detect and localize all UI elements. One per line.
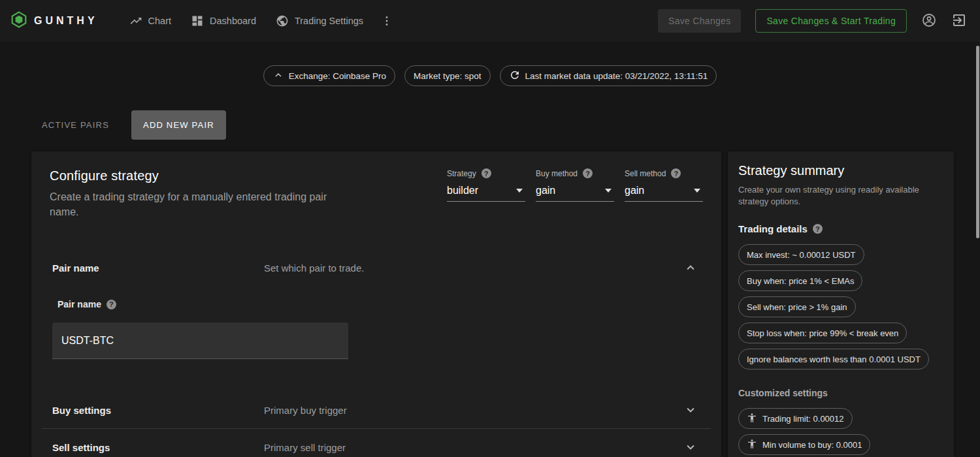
- pair-name-panel-title: Pair name: [52, 262, 264, 274]
- main-nav: Chart Dashboard Trading Settings: [129, 14, 363, 27]
- sell-method-label-text: Sell method: [625, 169, 666, 178]
- help-icon[interactable]: ?: [813, 224, 823, 234]
- exchange-chip-label: Exchange: Coinbase Pro: [289, 71, 386, 81]
- sell-method-select[interactable]: gain: [625, 183, 703, 202]
- detail-chip: Ignore balances worth less than 0.0001 U…: [738, 349, 929, 370]
- custom-setting-chip: Trading limit: 0.00012: [738, 408, 853, 429]
- nav-dashboard[interactable]: Dashboard: [191, 14, 256, 27]
- custom-setting-chip: Min volume to buy: 0.0001: [738, 434, 870, 455]
- market-type-chip-label: Market type: spot: [414, 71, 482, 81]
- strategy-panels: Pair name Set which pair to trade. Pair …: [31, 249, 721, 457]
- strategy-select-field: Strategy ? builder: [447, 168, 525, 219]
- customized-settings-heading: Customized settings: [738, 388, 943, 398]
- pair-name-panel: Pair name Set which pair to trade. Pair …: [42, 249, 711, 376]
- more-menu-icon[interactable]: [380, 14, 393, 27]
- caret-down-icon: [605, 189, 612, 193]
- detail-chip: Buy when: price 1% < EMAs: [738, 270, 862, 291]
- nav-dashboard-label: Dashboard: [210, 16, 256, 26]
- topbar-actions: Save Changes Save Changes & Start Tradin…: [658, 9, 967, 33]
- pair-name-input[interactable]: [52, 323, 348, 359]
- custom-setting-icon: [747, 413, 757, 425]
- sell-settings-panel-header[interactable]: Sell settings Primary sell trigger: [42, 429, 711, 457]
- help-icon[interactable]: ?: [106, 300, 116, 309]
- sell-settings-panel: Sell settings Primary sell trigger: [42, 429, 711, 457]
- pair-name-panel-header[interactable]: Pair name Set which pair to trade.: [42, 249, 711, 286]
- market-status-bar: Exchange: Coinbase Pro Market type: spot…: [0, 65, 980, 86]
- gunthy-logo-icon: [10, 11, 27, 31]
- buy-method-label-text: Buy method: [536, 169, 578, 178]
- strategy-method-selects: Strategy ? builder Buy method ? gain: [447, 168, 711, 219]
- detail-chip: Stop loss when: price 99% < break even: [738, 323, 907, 343]
- pair-name-field-label: Pair name ?: [57, 299, 700, 309]
- chevron-up-icon: [272, 69, 284, 83]
- strategy-select-label: Strategy ?: [447, 168, 525, 178]
- save-and-start-button[interactable]: Save Changes & Start Trading: [755, 9, 907, 33]
- pair-name-field-label-text: Pair name: [57, 299, 101, 309]
- gunthy-logo-text: GUNTHY: [34, 15, 98, 27]
- vertical-scrollbar[interactable]: [976, 46, 979, 238]
- caret-down-icon: [694, 189, 700, 193]
- chevron-up-icon[interactable]: [683, 260, 698, 275]
- trading-details-heading: Trading details ?: [738, 223, 943, 234]
- buy-settings-panel: Buy settings Primary buy trigger: [42, 392, 711, 428]
- configure-strategy-header: Configure strategy Create a trading stra…: [50, 168, 331, 219]
- buy-method-select-label: Buy method ?: [536, 168, 614, 178]
- trending-up-icon: [129, 14, 142, 27]
- configure-strategy-card: Configure strategy Create a trading stra…: [31, 151, 721, 457]
- tab-add-new-pair[interactable]: ADD NEW PAIR: [131, 110, 226, 140]
- pair-name-panel-hint: Set which pair to trade.: [264, 262, 683, 274]
- custom-setting-chip-label: Min volume to buy: 0.0001: [762, 440, 862, 450]
- account-button[interactable]: [921, 12, 937, 30]
- help-icon[interactable]: ?: [482, 168, 491, 178]
- buy-settings-panel-title: Buy settings: [52, 405, 264, 416]
- buy-settings-panel-hint: Primary buy trigger: [264, 405, 683, 416]
- sell-settings-panel-title: Sell settings: [52, 442, 264, 453]
- buy-method-select-value: gain: [536, 185, 555, 197]
- nav-trading-settings[interactable]: Trading Settings: [276, 14, 363, 27]
- last-update-chip-label: Last market data update: 03/21/2022, 13:…: [525, 71, 708, 81]
- chevron-down-icon[interactable]: [683, 440, 698, 454]
- custom-setting-chip-label: Trading limit: 0.00012: [762, 414, 844, 424]
- strategy-select[interactable]: builder: [447, 183, 525, 202]
- help-icon[interactable]: ?: [671, 168, 681, 178]
- buy-settings-panel-header[interactable]: Buy settings Primary buy trigger: [42, 392, 711, 428]
- sell-method-select-field: Sell method ? gain: [625, 168, 703, 219]
- strategy-select-value: builder: [447, 185, 478, 197]
- buy-method-select-field: Buy method ? gain: [536, 168, 614, 219]
- logout-button[interactable]: [951, 12, 967, 30]
- globe-icon: [276, 14, 289, 27]
- strategy-summary-subtitle: Create your own strategy using readily a…: [738, 184, 934, 208]
- save-changes-button[interactable]: Save Changes: [658, 9, 741, 33]
- detail-chip: Max invest: ~ 0.00012 USDT: [738, 244, 864, 265]
- buy-method-select[interactable]: gain: [536, 183, 614, 202]
- gunthy-logo[interactable]: GUNTHY: [10, 11, 98, 31]
- logout-icon: [951, 12, 967, 30]
- sell-settings-panel-hint: Primary sell trigger: [264, 442, 683, 453]
- strategy-summary-title: Strategy summary: [738, 163, 943, 178]
- chevron-down-icon[interactable]: [683, 403, 698, 417]
- pair-name-panel-body: Pair name ?: [42, 286, 711, 376]
- configure-strategy-subtitle: Create a trading strategy for a manually…: [50, 189, 331, 219]
- market-type-chip[interactable]: Market type: spot: [404, 65, 491, 86]
- customized-settings-chips: Trading limit: 0.00012 Min volume to buy…: [738, 408, 943, 455]
- account-circle-icon: [921, 12, 937, 30]
- help-icon[interactable]: ?: [583, 168, 593, 178]
- nav-trading-settings-label: Trading Settings: [295, 16, 363, 26]
- refresh-icon[interactable]: [509, 69, 521, 83]
- nav-chart-label: Chart: [148, 16, 171, 26]
- detail-chip: Sell when: price > 1% gain: [738, 296, 856, 317]
- caret-down-icon: [516, 189, 523, 193]
- trading-details-heading-text: Trading details: [738, 223, 808, 234]
- last-update-chip[interactable]: Last market data update: 03/21/2022, 13:…: [500, 65, 717, 86]
- trading-details-chips: Max invest: ~ 0.00012 USDT Buy when: pri…: [738, 244, 943, 370]
- dashboard-icon: [191, 14, 204, 27]
- custom-setting-icon: [747, 439, 757, 451]
- top-app-bar: GUNTHY Chart Dashboard Trading Settings …: [0, 0, 980, 42]
- strategy-summary-card: Strategy summary Create your own strateg…: [728, 151, 954, 457]
- nav-chart[interactable]: Chart: [129, 14, 171, 27]
- strategy-label-text: Strategy: [447, 169, 476, 178]
- tab-active-pairs[interactable]: ACTIVE PAIRS: [31, 110, 120, 140]
- exchange-chip[interactable]: Exchange: Coinbase Pro: [263, 65, 395, 86]
- sell-method-select-label: Sell method ?: [625, 168, 703, 178]
- sell-method-select-value: gain: [625, 185, 644, 197]
